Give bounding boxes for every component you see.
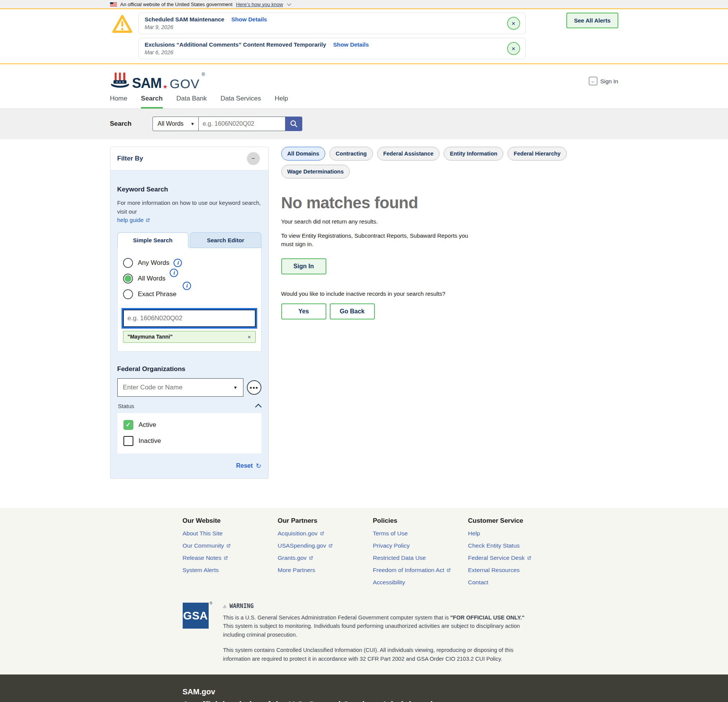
footer-link-contact[interactable]: Contact [468, 579, 563, 586]
info-icon[interactable]: i [170, 269, 178, 277]
external-link-icon [328, 543, 333, 548]
keyword-tag: "Maymuna Tanni" × [123, 331, 256, 343]
sign-in-arrow-icon: ← [589, 77, 597, 85]
logo-text-sam: SAM [132, 76, 162, 90]
domain-pill-federal-hierarchy[interactable]: Federal Hierarchy [507, 147, 567, 161]
no-results-message: Your search did not return any results. [281, 218, 618, 225]
nav-item-home[interactable]: Home [110, 95, 127, 109]
global-search-input[interactable] [199, 117, 285, 131]
footer-link-about-this-site[interactable]: About This Site [183, 530, 278, 537]
domain-pill-all-domains[interactable]: All Domains [281, 147, 326, 161]
close-alert-button[interactable]: × [507, 17, 520, 30]
footer-link-more-partners[interactable]: More Partners [278, 567, 373, 574]
status-section-toggle[interactable]: Status [117, 403, 261, 409]
keyword-tag-label: "Maymuna Tanni" [128, 334, 173, 340]
warning-text: This system is subject to monitoring. In… [223, 623, 520, 637]
footer-link-external-resources[interactable]: External Resources [468, 567, 563, 574]
see-all-alerts-button[interactable]: See All Alerts [566, 13, 618, 28]
footer-column-our-website: Our Website About This Site Our Communit… [183, 517, 278, 586]
tab-simple-search[interactable]: Simple Search [117, 232, 189, 248]
footer-link-accessibility[interactable]: Accessibility [373, 579, 468, 586]
search-submit-button[interactable] [285, 117, 302, 131]
how-you-know-link[interactable]: Here’s how you know [236, 2, 283, 7]
footer-dark: SAM.gov An official website of the U.S. … [0, 674, 728, 702]
domain-pill-wage-determinations[interactable]: Wage Determinations [281, 165, 350, 178]
checkbox-active[interactable]: ✓ [123, 420, 133, 430]
footer-column-policies: Policies Terms of Use Privacy Policy Res… [373, 517, 468, 586]
footer-link-label: Accessibility [373, 579, 405, 586]
footer: Our Website About This Site Our Communit… [0, 508, 728, 674]
footer-link-check-entity-status[interactable]: Check Entity Status [468, 542, 563, 549]
help-guide-link[interactable]: help guide [117, 216, 150, 225]
star-icon: ★ [163, 84, 168, 89]
footer-column-heading: Our Website [183, 517, 278, 525]
footer-column-heading: Customer Service [468, 517, 563, 525]
footer-link-foia[interactable]: Freedom of Information Act [373, 567, 468, 574]
tab-search-editor[interactable]: Search Editor [190, 232, 261, 248]
external-link-icon [145, 218, 150, 223]
footer-link-acquisition-gov[interactable]: Acquisition.gov [278, 530, 373, 537]
show-details-link[interactable]: Show Details [333, 41, 369, 48]
federal-orgs-heading: Federal Organizations [117, 365, 261, 373]
footer-link-label: Release Notes [183, 554, 222, 561]
reset-icon[interactable]: ↻ [256, 462, 261, 470]
footer-link-terms-of-use[interactable]: Terms of Use [373, 530, 468, 537]
search-label: Search [110, 120, 132, 128]
radio-exact-phrase[interactable] [123, 289, 133, 299]
footer-link-help[interactable]: Help [468, 530, 563, 537]
sign-in-button[interactable]: Sign In [281, 258, 326, 274]
radio-all-words[interactable] [123, 274, 133, 284]
nav-item-help[interactable]: Help [275, 95, 288, 109]
radio-any-words[interactable] [123, 258, 133, 268]
site-header: SAM★GOV® ← Sign In [0, 64, 728, 95]
warning-triangle-icon [112, 14, 133, 34]
go-back-button[interactable]: Go Back [330, 303, 375, 319]
footer-link-usaspending-gov[interactable]: USASpending.gov [278, 542, 373, 549]
nav-item-data-services[interactable]: Data Services [221, 95, 261, 109]
footer-link-restricted-data-use[interactable]: Restricted Data Use [373, 554, 468, 561]
registered-mark: ® [202, 72, 205, 77]
footer-link-grants-gov[interactable]: Grants.gov [278, 554, 373, 561]
show-details-link[interactable]: Show Details [231, 16, 267, 23]
footer-link-label: Freedom of Information Act [373, 567, 444, 574]
footer-link-release-notes[interactable]: Release Notes [183, 554, 278, 561]
keyword-search-input[interactable] [123, 310, 256, 327]
close-alert-button[interactable]: × [507, 42, 520, 55]
simple-search-panel: Any Words i All Words i Exact Phrase i "… [117, 248, 261, 352]
keyword-help-text: For more information on how to use our k… [117, 199, 261, 215]
domain-pill-federal-assistance[interactable]: Federal Assistance [377, 147, 440, 161]
warning-title: WARNING [230, 603, 254, 610]
caret-down-icon: ▼ [233, 385, 238, 390]
footer-link-our-community[interactable]: Our Community [183, 542, 278, 549]
search-icon [290, 120, 298, 128]
yes-button[interactable]: Yes [281, 303, 326, 319]
reset-filters-link[interactable]: Reset [236, 462, 253, 469]
footer-link-system-alerts[interactable]: System Alerts [183, 567, 278, 574]
checkbox-inactive[interactable] [123, 436, 133, 446]
ellipsis-icon: ●●● [250, 385, 258, 390]
gov-banner: An official website of the United States… [0, 0, 728, 8]
alert-title: Scheduled SAM Maintenance [145, 16, 224, 23]
federal-orgs-placeholder: Enter Code or Name [123, 384, 183, 391]
sam-gov-logo[interactable]: SAM★GOV® [110, 72, 205, 90]
collapse-filter-button[interactable]: − [247, 152, 260, 165]
uncle-sam-hat-icon [110, 72, 131, 90]
footer-link-privacy-policy[interactable]: Privacy Policy [373, 542, 468, 549]
footer-link-label: About This Site [183, 530, 223, 537]
info-icon[interactable]: i [183, 282, 191, 290]
domain-pill-entity-information[interactable]: Entity Information [444, 147, 503, 161]
nav-item-data-bank[interactable]: Data Bank [177, 95, 207, 109]
filter-panel: Filter By − Keyword Search For more info… [110, 147, 269, 479]
search-type-select[interactable]: All Words ▼ [152, 117, 199, 131]
federal-orgs-select[interactable]: Enter Code or Name ▼ [117, 378, 243, 397]
more-options-button[interactable]: ●●● [247, 380, 261, 395]
remove-tag-icon[interactable]: × [248, 334, 251, 340]
info-icon[interactable]: i [173, 259, 182, 267]
nav-item-search[interactable]: Search [141, 95, 163, 109]
footer-link-label: External Resources [468, 567, 520, 574]
footer-link-federal-service-desk[interactable]: Federal Service Desk [468, 554, 563, 561]
domain-pill-contracting[interactable]: Contracting [329, 147, 373, 161]
footer-link-label: Privacy Policy [373, 542, 410, 549]
header-sign-in-link[interactable]: ← Sign In [589, 77, 618, 85]
sign-in-required-message: To view Entity Registrations, Subcontrac… [281, 232, 470, 248]
